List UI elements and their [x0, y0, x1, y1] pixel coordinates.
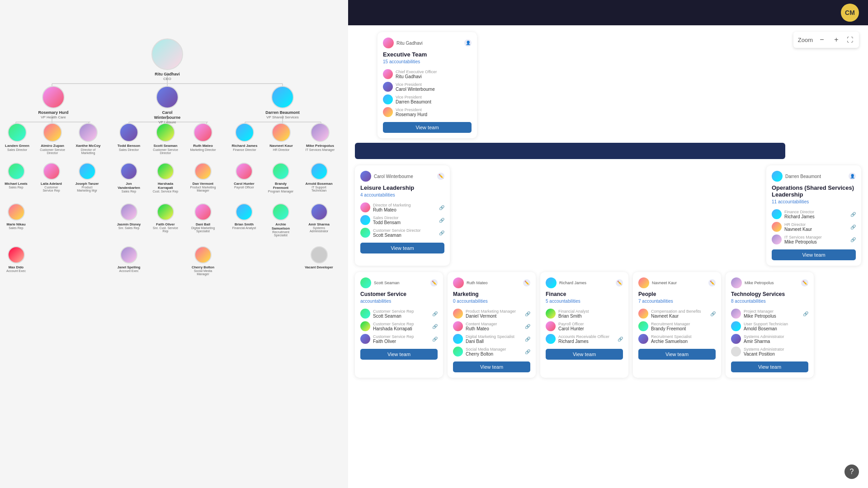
leisure-m3-link[interactable]: 🔗 — [439, 230, 444, 235]
rep-marie-node[interactable]: Marie Nikau Sales Rep — [4, 203, 28, 230]
director-landen-node[interactable]: Landen Green Sales Director — [4, 123, 31, 151]
rep-faith-node[interactable]: Faith Oliver Snr. Cust. Service Rep — [152, 203, 179, 233]
leisure-m2-av — [360, 215, 370, 225]
rep-laila-node[interactable]: Laila Adelard Customer Service Rep — [39, 163, 64, 192]
ops-m3-link[interactable]: 🔗 — [850, 237, 856, 242]
vp-darren-node[interactable]: Darren Beaumont VP Shared Services — [264, 86, 301, 119]
cust-m3-link[interactable]: 🔗 — [432, 337, 438, 342]
director-xanthe-node[interactable]: Xanthe McCoy Director of Marketing — [75, 123, 102, 155]
director-navneet-node[interactable]: Navneet Kaur HR Director — [268, 123, 295, 151]
rep-jasmin-node[interactable]: Jasmin Disney Snr. Sales Rep — [115, 203, 142, 230]
rep-brandy-node[interactable]: Brandy Freemont Program Manager — [267, 163, 294, 193]
zoom-out-button[interactable]: − — [816, 34, 827, 45]
mkt-m1-link[interactable]: 🔗 — [525, 311, 530, 316]
mkt-m2-link[interactable]: 🔗 — [525, 324, 530, 329]
customer-view-btn[interactable]: View team — [360, 349, 438, 360]
leisure-accountabilities[interactable]: 4 accountabilities — [360, 192, 444, 197]
finance-accountabilities[interactable]: 5 accountabilities — [546, 299, 623, 304]
finance-edit-icon[interactable]: ✏️ — [616, 279, 623, 286]
tech-m1-av — [731, 309, 741, 319]
ceo-node[interactable]: Ritu Gadhavi CEO — [149, 38, 185, 81]
rep-archie-node[interactable]: Archie Samuelson Recruitment Specialist — [267, 203, 294, 237]
director-ruth-node[interactable]: Ruth Mateo Marketing Director — [189, 123, 217, 151]
rep-arnold-node[interactable]: Arnold Boseman IT Support Technician — [304, 163, 334, 192]
fin-m3: Accounts Receivable Officer Richard Jame… — [546, 333, 623, 345]
ops-m2-link[interactable]: 🔗 — [850, 225, 856, 230]
people-title: People — [638, 291, 716, 297]
exec-team-card: Ritu Gadhavi 👤 Executive Team 15 account… — [377, 32, 477, 138]
ops-m2: HR Director Navneet Kaur 🔗 — [772, 221, 856, 233]
user-avatar[interactable]: CM — [841, 4, 859, 22]
rep-dan-node[interactable]: Dan Vermont Product Marketing Manager — [189, 163, 217, 192]
rep-dani-node[interactable]: Dani Ball Digital Marketing Specialist — [189, 203, 217, 233]
fin-m2: Payroll Officer Carol Hunter — [546, 320, 623, 333]
exec-member-4: Vice President Rosemary Hurd — [383, 106, 472, 118]
rep-jon-node[interactable]: Jon Vandenbarten Sales Rep — [115, 163, 142, 193]
tech-edit-icon[interactable]: ✏️ — [801, 279, 808, 286]
cust-m2-av — [360, 321, 370, 331]
mkt-m4-link[interactable]: 🔗 — [525, 349, 530, 354]
finance-view-btn[interactable]: View team — [546, 349, 623, 360]
rep-michael-node[interactable]: Michael Lewis Sales Rep — [4, 163, 28, 189]
marketing-card: Ruth Mateo ✏️ Marketing 0 accountabiliti… — [448, 272, 536, 378]
leisure-m2-link[interactable]: 🔗 — [439, 218, 444, 223]
director-scott-node[interactable]: Scott Seaman Customer Service Director — [152, 123, 179, 155]
people-accountabilities[interactable]: 7 accountabilities — [638, 299, 716, 304]
rep-carol-hunter-node[interactable]: Carol Hunter Payroll Officer — [231, 163, 258, 189]
finance-leader-av — [546, 277, 557, 288]
people-view-btn[interactable]: View team — [638, 349, 716, 360]
fin-m3-link[interactable]: 🔗 — [618, 337, 623, 342]
customer-leader-name: Scott Seaman — [374, 281, 400, 285]
rep-amir-node[interactable]: Amir Sharma Systems Administrator — [304, 203, 334, 233]
ops-accountabilities[interactable]: 11 accountabilities — [772, 199, 856, 204]
rep-vacant-node[interactable]: Vacant Developer — [304, 246, 334, 269]
exec-m1-avatar — [383, 69, 393, 79]
leisure-view-btn[interactable]: View team — [360, 243, 444, 253]
tech-m1-link[interactable]: 🔗 — [803, 311, 808, 316]
rep-cherry-node[interactable]: Cherry Bolton Social Media Manager — [189, 246, 217, 276]
tech-accountabilities[interactable]: 8 accountabilities — [731, 299, 808, 304]
rep-harshada-node[interactable]: Harshada Korrapati Cust. Service Rep — [152, 163, 179, 193]
zoom-controls: Zoom − + ⛶ — [793, 32, 859, 48]
leisure-m2: Sales Director Todd Bensam 🔗 — [360, 214, 444, 226]
tech-view-btn[interactable]: View team — [731, 361, 808, 372]
rep-joseph-node[interactable]: Joseph Tanzer Product Marketing Mgr — [75, 163, 99, 192]
marketing-view-btn[interactable]: View team — [453, 361, 530, 372]
ops-leader-avatar — [772, 171, 783, 182]
customer-accountabilities[interactable]: accountabilities — [360, 299, 438, 304]
cards-scroll-area[interactable]: Ritu Gadhavi 👤 Executive Team 15 account… — [348, 25, 868, 486]
director-mike-node[interactable]: Mike Petropolus IT Services Manager — [304, 123, 336, 151]
cust-m1-link[interactable]: 🔗 — [432, 311, 438, 316]
exec-view-team-button[interactable]: View team — [383, 122, 472, 133]
exec-member-1: Chief Executive Officer Ritu Gadhavi — [383, 68, 472, 80]
people-edit-icon[interactable]: ✏️ — [708, 279, 716, 286]
marketing-accountabilities[interactable]: 0 accountabilities — [453, 299, 530, 304]
mkt-m2-av — [453, 321, 463, 331]
rep-janet-node[interactable]: Janet Spelling Account Exec — [115, 246, 142, 272]
mkt-m3-link[interactable]: 🔗 — [525, 337, 530, 342]
ppl-m1: Compensation and Benefits Navneet Kaur 🔗 — [638, 307, 716, 320]
zoom-in-button[interactable]: + — [831, 34, 842, 45]
rep-brian-node[interactable]: Brian Smith Financial Analyst — [231, 203, 258, 230]
exec-accountabilities[interactable]: 15 accountabilities — [383, 59, 472, 64]
rep-max-node[interactable]: Max Dido Account Exec — [4, 246, 28, 272]
zoom-fullscreen-button[interactable]: ⛶ — [845, 35, 854, 44]
marketing-edit-icon[interactable]: ✏️ — [523, 279, 530, 286]
tech-leader-name: Mike Petropolus — [745, 281, 774, 285]
director-todd-node[interactable]: Todd Benson Sales Director — [115, 123, 142, 151]
vp-carol-node[interactable]: Carol Winterbourne VP Leisure — [149, 86, 185, 124]
zoom-label: Zoom — [798, 37, 813, 43]
cust-m2-link[interactable]: 🔗 — [432, 324, 438, 329]
director-richard-node[interactable]: Richard James Finance Director — [231, 123, 258, 151]
ops-view-btn[interactable]: View team — [772, 249, 856, 260]
cust-m1-av — [360, 309, 370, 319]
vp-rosemary-node[interactable]: Rosemary Hurd VP Health Care — [35, 86, 71, 119]
help-button[interactable]: ? — [844, 465, 859, 479]
leisure-m1-link[interactable]: 🔗 — [439, 205, 444, 210]
customer-edit-icon[interactable]: ✏️ — [430, 279, 438, 286]
ops-m1-link[interactable]: 🔗 — [850, 212, 856, 217]
ppl-m1-link[interactable]: 🔗 — [710, 311, 716, 316]
dark-banner — [355, 143, 785, 159]
director-almiro-node[interactable]: Almiro Zupan Customer Service Director — [39, 123, 66, 155]
leisure-edit-icon[interactable]: ✏️ — [437, 173, 444, 180]
